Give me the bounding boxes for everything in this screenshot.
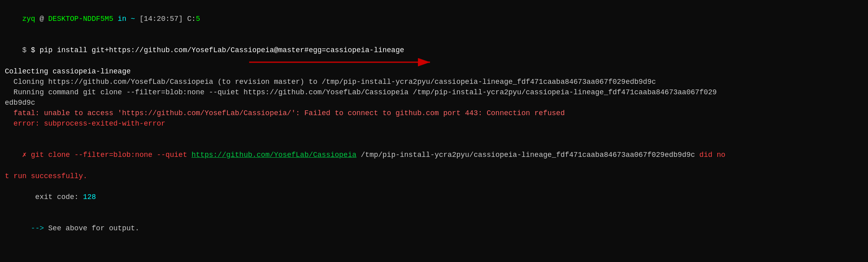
prompt-path: ~: [131, 15, 135, 23]
exit-line1: exit code: 128: [5, 181, 863, 213]
fatal-line: fatal: unable to access 'https://github.…: [5, 108, 863, 118]
arrow-symbol1: -->: [31, 224, 44, 232]
cloning-line: Cloning https://github.com/YosefLab/Cass…: [5, 77, 863, 87]
dollar-sign: $: [22, 46, 31, 54]
prompt-in: in: [113, 15, 131, 23]
blank-line1: [5, 129, 863, 139]
prompt-user: zyq: [22, 15, 35, 23]
prompt-line: zyq @ DESKTOP-NDDF5M5 in ~ [14:20:57] C:…: [5, 3, 863, 35]
git-cmd1: git clone --filter=blob:none --quiet: [27, 151, 191, 159]
running-line: Running command git clone --filter=blob:…: [5, 87, 863, 97]
prompt-host: DESKTOP-NDDF5M5: [48, 15, 113, 23]
error-line1: error: subprocess-exited-with-error: [5, 118, 863, 129]
see-above-label1: See above for output.: [44, 224, 139, 232]
prompt-cnum: 5: [196, 15, 200, 23]
cmd-line: $ $ pip install git+https://github.com/Y…: [5, 35, 863, 66]
git-cross1: ✗: [22, 151, 27, 159]
see-above-text1: [22, 224, 31, 232]
terminal: zyq @ DESKTOP-NDDF5M5 in ~ [14:20:57] C:…: [0, 0, 868, 262]
git-error-line1: ✗ git clone --filter=blob:none --quiet h…: [5, 139, 863, 171]
see-above1: --> See above for output.: [5, 213, 863, 244]
git-suffix1: did no: [695, 151, 726, 159]
prompt-c: C:: [183, 15, 196, 23]
prompt-bracket-open: [: [135, 15, 144, 23]
prompt-bracket-close: ]: [178, 15, 183, 23]
prompt-time: 14:20:57: [144, 15, 178, 23]
prompt-at: @: [35, 15, 48, 23]
git-path1: /tmp/pip-install-ycra2pyu/cassiopeia-lin…: [356, 151, 695, 159]
blank-line2: [5, 244, 863, 254]
cmd-text: $ pip install git+https://github.com/Yos…: [31, 46, 404, 54]
collecting-line: Collecting cassiopeia-lineage: [5, 66, 863, 77]
git-url1: https://github.com/YosefLab/Cassiopeia: [192, 151, 356, 159]
exit-label1: exit code:: [22, 193, 83, 201]
running-line2: edb9d9c: [5, 97, 863, 108]
exit-num1: 128: [83, 193, 96, 201]
git-cont1: t run successfully.: [5, 171, 863, 181]
note-line1: note: This error originates from a subpr…: [5, 254, 863, 262]
